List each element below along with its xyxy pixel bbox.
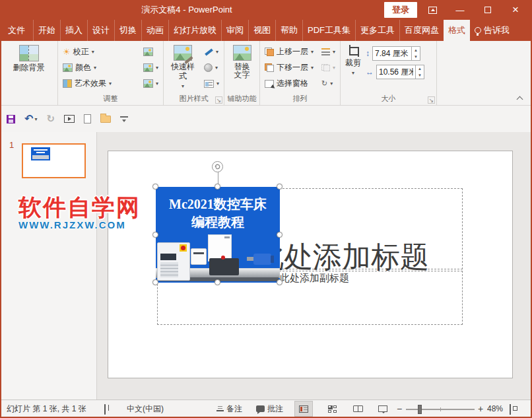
titlebar-controls: 登录 — × xyxy=(384,0,528,20)
zoom-level[interactable]: 48% xyxy=(487,400,503,418)
bring-forward-button[interactable]: 上移一层 ▾ xyxy=(263,44,317,59)
corrections-button[interactable]: ☀ 校正 ▾ xyxy=(61,44,139,59)
resize-handle-bottom-middle[interactable] xyxy=(215,279,220,285)
new-file-button[interactable] xyxy=(84,114,91,123)
tab-more-tools[interactable]: 更多工具 xyxy=(356,20,400,41)
rotate-handle[interactable] xyxy=(212,161,223,172)
tab-baidu-netdisk[interactable]: 百度网盘 xyxy=(400,20,444,41)
lathe-machine-graphic xyxy=(156,240,280,283)
maximize-button[interactable] xyxy=(475,0,500,20)
machine-cabinet xyxy=(208,234,232,261)
reading-view-icon xyxy=(353,405,363,412)
zoom-out-button[interactable]: − xyxy=(397,400,402,418)
group-label xyxy=(0,94,57,105)
minimize-button[interactable]: — xyxy=(448,0,473,20)
size-dialog-launcher[interactable]: ↘ xyxy=(428,96,435,104)
height-spin-down[interactable]: ▼ xyxy=(412,53,420,60)
rotate-button[interactable]: ↻ ▾ xyxy=(319,76,337,91)
save-button[interactable] xyxy=(7,115,15,123)
change-picture-button[interactable]: ▾ xyxy=(141,60,160,75)
tab-help[interactable]: 帮助 xyxy=(276,20,303,41)
customize-qat-button[interactable] xyxy=(120,116,128,122)
resize-handle-top-middle[interactable] xyxy=(215,184,220,190)
selection-pane-button[interactable]: 选择窗格 xyxy=(263,76,317,91)
tab-tell-me[interactable]: 告诉我 xyxy=(470,20,514,41)
close-button[interactable]: × xyxy=(503,0,528,20)
group-objects-button[interactable]: ▾ xyxy=(319,60,337,75)
tab-format[interactable]: 格式 xyxy=(444,20,470,41)
height-input[interactable] xyxy=(373,47,411,60)
picture-effects-button[interactable]: ▾ xyxy=(202,60,221,75)
resize-handle-bottom-right[interactable] xyxy=(277,279,283,285)
normal-view-button[interactable] xyxy=(295,401,312,416)
tab-review[interactable]: 审阅 xyxy=(222,20,249,41)
reset-picture-button[interactable]: ▾ xyxy=(141,76,160,91)
undo-button[interactable]: ↶ ▾ xyxy=(24,114,37,123)
alt-text-button[interactable]: 替换 文字 xyxy=(231,44,253,81)
compress-picture-icon xyxy=(143,48,153,56)
slide-sorter-view-button[interactable] xyxy=(323,401,341,416)
selected-picture[interactable]: Mc2021数控车床 编程教程 xyxy=(156,187,280,283)
redo-button[interactable]: ↻ xyxy=(46,114,55,123)
tab-slideshow[interactable]: 幻灯片放映 xyxy=(169,20,222,41)
height-spin-up[interactable]: ▲ xyxy=(412,47,420,53)
tab-pdf-tools[interactable]: PDF工具集 xyxy=(303,20,356,41)
zoom-in-button[interactable]: + xyxy=(478,400,483,418)
open-file-button[interactable] xyxy=(100,116,111,123)
ribbon-display-options-button[interactable] xyxy=(420,0,445,20)
width-input[interactable] xyxy=(377,65,415,79)
shape-height-icon: ↕ xyxy=(366,49,370,58)
align-button[interactable]: ▾ xyxy=(319,44,337,59)
language-indicator[interactable]: 中文(中国) xyxy=(127,400,164,418)
compress-picture-button[interactable] xyxy=(141,44,160,59)
login-button[interactable]: 登录 xyxy=(384,2,417,18)
control-keypad xyxy=(160,262,178,277)
tab-design[interactable]: 设计 xyxy=(88,20,115,41)
slideshow-view-button[interactable] xyxy=(374,401,391,416)
artistic-effects-button[interactable]: 艺术效果 ▾ xyxy=(61,76,139,91)
picture-layout-button[interactable]: ▾ xyxy=(202,76,221,91)
resize-handle-middle-left[interactable] xyxy=(152,232,158,238)
notes-icon xyxy=(216,405,224,411)
lathe-carriage xyxy=(209,258,239,275)
tab-view[interactable]: 视图 xyxy=(249,20,276,41)
resize-handle-top-left[interactable] xyxy=(152,184,158,190)
zoom-slider[interactable] xyxy=(406,409,475,410)
layout-icon xyxy=(204,80,214,88)
tab-file[interactable]: 文件 xyxy=(0,20,34,41)
height-spinbox: ▲ ▼ xyxy=(372,46,420,61)
crop-button[interactable]: 裁剪 ▾ xyxy=(343,44,363,79)
caret-down-icon: ▾ xyxy=(216,49,218,55)
printer-unit xyxy=(191,248,207,265)
picture-border-button[interactable]: ▾ xyxy=(202,44,221,59)
caret-down-icon: ▾ xyxy=(34,116,37,122)
control-screen xyxy=(160,254,176,260)
collapse-ribbon-button[interactable] xyxy=(515,94,525,102)
send-backward-button[interactable]: 下移一层 ▾ xyxy=(263,60,317,75)
comments-toggle[interactable]: 批注 xyxy=(256,400,283,418)
tab-insert[interactable]: 插入 xyxy=(61,20,88,41)
remove-background-button[interactable]: 删除背景 xyxy=(11,44,47,73)
reading-view-button[interactable] xyxy=(349,401,366,416)
resize-handle-middle-right[interactable] xyxy=(277,232,283,238)
caret-down-icon: ▾ xyxy=(156,65,158,71)
quick-styles-button[interactable]: 快速样式 ▾ xyxy=(166,44,199,92)
slide-counter[interactable]: 幻灯片 第 1 张, 共 1 张 xyxy=(7,400,86,418)
slide-thumbnail-1[interactable] xyxy=(22,143,86,178)
tab-home[interactable]: 开始 xyxy=(34,20,61,41)
caret-down-icon: ▾ xyxy=(333,65,335,71)
spell-check-button[interactable] xyxy=(104,405,106,414)
picture-styles-dialog-launcher[interactable]: ↘ xyxy=(215,96,222,104)
width-spin-up[interactable]: ▲ xyxy=(416,65,424,72)
tab-transitions[interactable]: 切换 xyxy=(115,20,142,41)
tab-animations[interactable]: 动画 xyxy=(142,20,169,41)
start-slideshow-button[interactable] xyxy=(64,115,75,123)
width-spin-down[interactable]: ▼ xyxy=(416,72,424,79)
notes-toggle[interactable]: 备注 xyxy=(216,400,242,418)
resize-handle-top-right[interactable] xyxy=(277,184,283,190)
zoom-slider-thumb[interactable] xyxy=(418,405,422,414)
fit-to-window-button[interactable] xyxy=(510,405,511,414)
caret-down-icon: ▾ xyxy=(182,82,184,91)
color-button[interactable]: 颜色 ▾ xyxy=(61,60,139,75)
resize-handle-bottom-left[interactable] xyxy=(152,279,158,285)
